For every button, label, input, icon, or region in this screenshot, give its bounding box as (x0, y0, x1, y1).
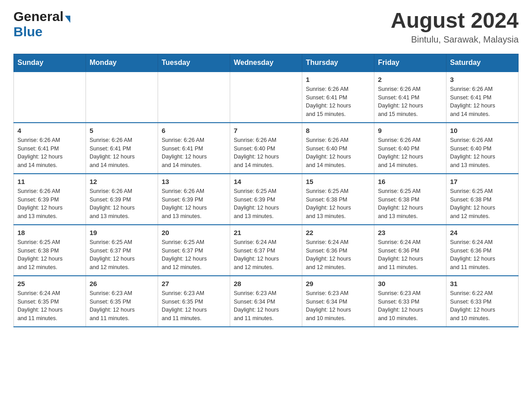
day-number: 20 (162, 229, 226, 236)
day-number: 13 (162, 178, 226, 185)
day-info: Sunrise: 6:23 AMSunset: 6:34 PMDaylight:… (306, 289, 370, 323)
logo-arrow-icon (65, 16, 70, 23)
day-info: Sunrise: 6:26 AMSunset: 6:41 PMDaylight:… (378, 85, 442, 119)
calendar-cell: 10Sunrise: 6:26 AMSunset: 6:40 PMDayligh… (446, 123, 519, 174)
day-number: 1 (306, 76, 370, 83)
day-number: 28 (234, 280, 298, 287)
day-info: Sunrise: 6:26 AMSunset: 6:41 PMDaylight:… (162, 136, 226, 170)
day-number: 14 (234, 178, 298, 185)
calendar-cell: 3Sunrise: 6:26 AMSunset: 6:41 PMDaylight… (446, 72, 519, 123)
day-number: 24 (450, 229, 515, 236)
calendar-cell: 12Sunrise: 6:26 AMSunset: 6:39 PMDayligh… (86, 174, 158, 225)
day-info: Sunrise: 6:25 AMSunset: 6:39 PMDaylight:… (234, 187, 298, 221)
calendar-cell: 23Sunrise: 6:24 AMSunset: 6:36 PMDayligh… (374, 225, 446, 276)
calendar-cell: 17Sunrise: 6:25 AMSunset: 6:38 PMDayligh… (446, 174, 519, 225)
day-number: 29 (306, 280, 370, 287)
week-row-5: 25Sunrise: 6:24 AMSunset: 6:35 PMDayligh… (14, 276, 519, 327)
day-info: Sunrise: 6:26 AMSunset: 6:41 PMDaylight:… (306, 85, 370, 119)
calendar-cell: 5Sunrise: 6:26 AMSunset: 6:41 PMDaylight… (86, 123, 158, 174)
day-number: 27 (162, 280, 226, 287)
calendar-cell (86, 72, 158, 123)
day-number: 26 (90, 280, 154, 287)
calendar-cell: 25Sunrise: 6:24 AMSunset: 6:35 PMDayligh… (14, 276, 86, 327)
day-info: Sunrise: 6:25 AMSunset: 6:38 PMDaylight:… (306, 187, 370, 221)
day-number: 30 (378, 280, 442, 287)
title-block: August 2024 Bintulu, Sarawak, Malaysia (391, 9, 519, 45)
calendar-cell: 29Sunrise: 6:23 AMSunset: 6:34 PMDayligh… (302, 276, 374, 327)
day-number: 19 (90, 229, 154, 236)
calendar-cell (230, 72, 302, 123)
day-number: 4 (17, 127, 82, 134)
calendar-cell: 22Sunrise: 6:24 AMSunset: 6:36 PMDayligh… (302, 225, 374, 276)
day-number: 25 (17, 280, 82, 287)
day-number: 22 (306, 229, 370, 236)
calendar-cell: 4Sunrise: 6:26 AMSunset: 6:41 PMDaylight… (14, 123, 86, 174)
day-info: Sunrise: 6:23 AMSunset: 6:35 PMDaylight:… (90, 289, 154, 323)
calendar-cell: 15Sunrise: 6:25 AMSunset: 6:38 PMDayligh… (302, 174, 374, 225)
day-info: Sunrise: 6:24 AMSunset: 6:36 PMDaylight:… (378, 238, 442, 272)
calendar-cell: 7Sunrise: 6:26 AMSunset: 6:40 PMDaylight… (230, 123, 302, 174)
day-number: 11 (17, 178, 82, 185)
weekday-header-wednesday: Wednesday (230, 54, 302, 72)
logo-blue-text: Blue (13, 24, 43, 39)
day-info: Sunrise: 6:26 AMSunset: 6:41 PMDaylight:… (17, 136, 82, 170)
calendar-cell: 31Sunrise: 6:22 AMSunset: 6:33 PMDayligh… (446, 276, 519, 327)
weekday-header-sunday: Sunday (14, 54, 86, 72)
calendar-cell: 11Sunrise: 6:26 AMSunset: 6:39 PMDayligh… (14, 174, 86, 225)
week-row-4: 18Sunrise: 6:25 AMSunset: 6:38 PMDayligh… (14, 225, 519, 276)
week-row-2: 4Sunrise: 6:26 AMSunset: 6:41 PMDaylight… (14, 123, 519, 174)
calendar-cell: 1Sunrise: 6:26 AMSunset: 6:41 PMDaylight… (302, 72, 374, 123)
day-info: Sunrise: 6:23 AMSunset: 6:34 PMDaylight:… (234, 289, 298, 323)
weekday-header-saturday: Saturday (446, 54, 519, 72)
calendar-cell: 18Sunrise: 6:25 AMSunset: 6:38 PMDayligh… (14, 225, 86, 276)
day-number: 12 (90, 178, 154, 185)
calendar-cell: 27Sunrise: 6:23 AMSunset: 6:35 PMDayligh… (158, 276, 230, 327)
day-number: 18 (17, 229, 82, 236)
day-info: Sunrise: 6:25 AMSunset: 6:38 PMDaylight:… (378, 187, 442, 221)
day-info: Sunrise: 6:26 AMSunset: 6:39 PMDaylight:… (162, 187, 226, 221)
day-number: 9 (378, 127, 442, 134)
calendar-cell: 26Sunrise: 6:23 AMSunset: 6:35 PMDayligh… (86, 276, 158, 327)
calendar-cell: 8Sunrise: 6:26 AMSunset: 6:40 PMDaylight… (302, 123, 374, 174)
day-info: Sunrise: 6:26 AMSunset: 6:41 PMDaylight:… (450, 85, 515, 119)
calendar-cell: 30Sunrise: 6:23 AMSunset: 6:33 PMDayligh… (374, 276, 446, 327)
day-info: Sunrise: 6:26 AMSunset: 6:39 PMDaylight:… (17, 187, 82, 221)
day-info: Sunrise: 6:26 AMSunset: 6:40 PMDaylight:… (450, 136, 515, 170)
day-number: 3 (450, 76, 515, 83)
day-info: Sunrise: 6:24 AMSunset: 6:35 PMDaylight:… (17, 289, 82, 323)
day-info: Sunrise: 6:26 AMSunset: 6:41 PMDaylight:… (90, 136, 154, 170)
month-year-title: August 2024 (391, 9, 519, 33)
day-info: Sunrise: 6:22 AMSunset: 6:33 PMDaylight:… (450, 289, 515, 323)
weekday-header-thursday: Thursday (302, 54, 374, 72)
day-info: Sunrise: 6:23 AMSunset: 6:33 PMDaylight:… (378, 289, 442, 323)
day-number: 16 (378, 178, 442, 185)
day-number: 15 (306, 178, 370, 185)
day-info: Sunrise: 6:26 AMSunset: 6:40 PMDaylight:… (306, 136, 370, 170)
calendar-cell: 14Sunrise: 6:25 AMSunset: 6:39 PMDayligh… (230, 174, 302, 225)
page-header: General Blue August 2024 Bintulu, Sarawa… (13, 9, 519, 45)
logo: General Blue (13, 9, 70, 39)
day-info: Sunrise: 6:26 AMSunset: 6:40 PMDaylight:… (234, 136, 298, 170)
day-info: Sunrise: 6:23 AMSunset: 6:35 PMDaylight:… (162, 289, 226, 323)
calendar-cell: 2Sunrise: 6:26 AMSunset: 6:41 PMDaylight… (374, 72, 446, 123)
day-number: 31 (450, 280, 515, 287)
day-number: 6 (162, 127, 226, 134)
weekday-header-tuesday: Tuesday (158, 54, 230, 72)
day-number: 21 (234, 229, 298, 236)
week-row-3: 11Sunrise: 6:26 AMSunset: 6:39 PMDayligh… (14, 174, 519, 225)
day-number: 7 (234, 127, 298, 134)
day-info: Sunrise: 6:24 AMSunset: 6:36 PMDaylight:… (306, 238, 370, 272)
logo-general-text: General (13, 9, 64, 24)
day-info: Sunrise: 6:25 AMSunset: 6:37 PMDaylight:… (90, 238, 154, 272)
calendar-table: SundayMondayTuesdayWednesdayThursdayFrid… (13, 54, 519, 327)
weekday-header-friday: Friday (374, 54, 446, 72)
day-info: Sunrise: 6:24 AMSunset: 6:36 PMDaylight:… (450, 238, 515, 272)
calendar-cell (14, 72, 86, 123)
day-number: 8 (306, 127, 370, 134)
day-info: Sunrise: 6:25 AMSunset: 6:38 PMDaylight:… (450, 187, 515, 221)
day-number: 23 (378, 229, 442, 236)
calendar-cell: 13Sunrise: 6:26 AMSunset: 6:39 PMDayligh… (158, 174, 230, 225)
calendar-cell: 16Sunrise: 6:25 AMSunset: 6:38 PMDayligh… (374, 174, 446, 225)
calendar-cell: 28Sunrise: 6:23 AMSunset: 6:34 PMDayligh… (230, 276, 302, 327)
week-row-1: 1Sunrise: 6:26 AMSunset: 6:41 PMDaylight… (14, 72, 519, 123)
